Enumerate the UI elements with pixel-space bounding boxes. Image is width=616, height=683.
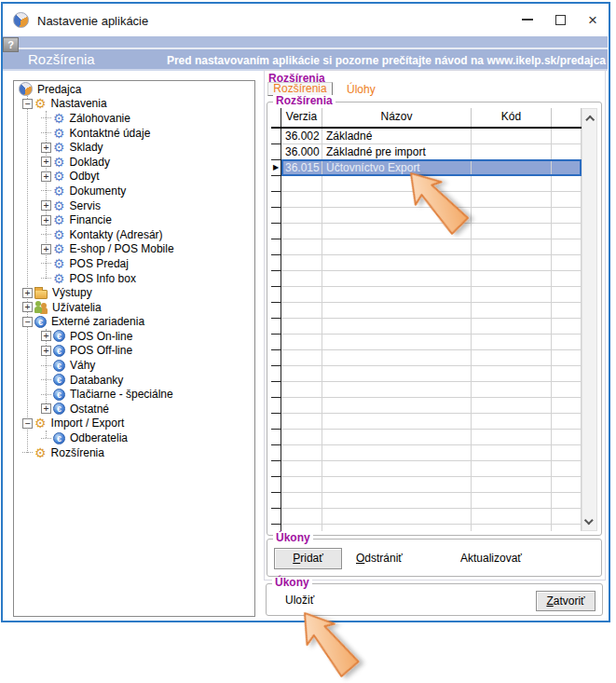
cell-kod[interactable] (472, 493, 552, 509)
cell-extra[interactable] (552, 271, 582, 287)
tree-item-predajca[interactable]: Predajca (14, 82, 254, 97)
tree-item-import-export[interactable]: −⚙Import / Export (14, 417, 254, 431)
collapse-icon[interactable]: − (22, 99, 33, 109)
cell-verzia[interactable] (281, 255, 322, 271)
table-row[interactable] (271, 224, 582, 239)
expand-icon[interactable]: + (41, 143, 51, 153)
cell-kod[interactable] (472, 208, 552, 224)
tree-item-sklady[interactable]: +⚙Sklady (14, 140, 254, 155)
cell-kod[interactable] (472, 129, 552, 144)
row-selector-cell[interactable] (271, 525, 281, 531)
tree-item-kontakty-adres-r[interactable]: ⚙Kontakty (Adresár) (14, 227, 254, 242)
cell-kod[interactable] (472, 445, 552, 461)
cell-extra[interactable] (552, 461, 582, 477)
cell-verzia[interactable] (281, 303, 322, 319)
cell-nazov[interactable] (322, 335, 472, 350)
cell-extra[interactable] (552, 382, 582, 398)
cell-verzia[interactable] (281, 176, 322, 192)
close-button[interactable]: × (579, 7, 607, 32)
cell-kod[interactable] (472, 382, 552, 398)
cell-verzia[interactable] (281, 224, 322, 239)
row-selector-cell[interactable] (271, 430, 281, 445)
tree-item-financie[interactable]: +⚙Financie (14, 212, 254, 227)
table-row[interactable] (271, 461, 582, 477)
tree-item-tla-iarne-peci-lne[interactable]: €Tlačiarne - špeciálne (14, 387, 254, 402)
table-row[interactable] (271, 208, 582, 224)
row-selector-cell[interactable] (271, 509, 281, 525)
cell-kod[interactable] (472, 350, 552, 366)
cell-verzia[interactable] (281, 192, 322, 208)
cell-verzia[interactable]: 36.015 (281, 160, 322, 176)
cell-extra[interactable] (552, 192, 582, 208)
cell-verzia[interactable] (281, 382, 322, 398)
expand-icon[interactable]: + (22, 288, 33, 298)
cell-kod[interactable] (472, 430, 552, 445)
tab-ulohy[interactable]: Úlohy (347, 83, 376, 96)
remove-button[interactable]: Odstrániť (356, 552, 403, 565)
cell-kod[interactable] (472, 525, 552, 531)
table-row[interactable] (271, 445, 582, 461)
row-selector-cell[interactable] (271, 192, 281, 208)
table-row[interactable] (271, 430, 582, 445)
row-selector-cell[interactable] (271, 477, 281, 493)
row-selector-cell[interactable] (271, 414, 281, 430)
cell-nazov[interactable] (322, 176, 472, 192)
cell-kod[interactable] (472, 335, 552, 350)
table-row[interactable] (271, 382, 582, 398)
cell-verzia[interactable] (281, 430, 322, 445)
cell-nazov[interactable] (322, 366, 472, 382)
table-row[interactable] (271, 255, 582, 271)
row-selector-cell[interactable] (271, 239, 281, 255)
expand-icon[interactable]: + (41, 200, 51, 211)
cell-extra[interactable] (552, 287, 582, 303)
cell-nazov[interactable] (322, 509, 472, 525)
cell-nazov[interactable] (322, 224, 472, 239)
cell-nazov[interactable] (322, 271, 472, 287)
cell-extra[interactable] (552, 509, 582, 525)
table-row[interactable] (271, 350, 582, 366)
expand-icon[interactable]: + (41, 331, 51, 341)
tree-item-odbyt[interactable]: +⚙Odbyt (14, 170, 254, 184)
cell-verzia[interactable] (281, 319, 322, 335)
cell-verzia[interactable] (281, 445, 322, 461)
tree-item-pos-off-line[interactable]: +€POS Off-line (14, 344, 254, 359)
cell-extra[interactable] (552, 445, 582, 461)
cell-nazov[interactable] (322, 287, 472, 303)
cell-nazov[interactable] (322, 303, 472, 319)
cell-extra[interactable] (552, 208, 582, 224)
collapse-icon[interactable]: − (22, 317, 33, 327)
table-row[interactable] (271, 477, 582, 493)
update-button[interactable]: Aktualizovať (460, 552, 522, 565)
expand-icon[interactable]: + (41, 346, 51, 356)
table-row[interactable] (271, 509, 582, 525)
row-selector-cell[interactable] (271, 335, 281, 350)
cell-verzia[interactable] (281, 477, 322, 493)
cell-kod[interactable] (472, 144, 552, 160)
cell-verzia[interactable] (281, 208, 322, 224)
cell-nazov[interactable]: Základné pre import (322, 144, 472, 160)
cell-verzia[interactable] (281, 287, 322, 303)
table-row[interactable]: 36.002Základné (271, 129, 582, 144)
tree-item-pos-info-box[interactable]: ⚙POS Info box (14, 271, 254, 286)
table-row[interactable] (271, 335, 582, 350)
cell-verzia[interactable] (281, 271, 322, 287)
cell-verzia[interactable] (281, 350, 322, 366)
cell-kod[interactable] (472, 414, 552, 430)
tree-item-v-hy[interactable]: €Váhy (14, 358, 254, 373)
tree-item-odberatelia[interactable]: €Odberatelia (14, 430, 254, 445)
table-row[interactable] (271, 192, 582, 208)
tree-item-pos-predaj[interactable]: ⚙POS Predaj (14, 256, 254, 271)
cell-extra[interactable] (552, 144, 582, 160)
expand-icon[interactable]: + (22, 302, 33, 312)
collapse-icon[interactable]: − (22, 418, 33, 429)
row-selector-cell[interactable] (271, 461, 281, 477)
cell-extra[interactable] (552, 176, 582, 192)
tree-item-v-stupy[interactable]: +Výstupy (14, 285, 254, 300)
cell-kod[interactable] (472, 509, 552, 525)
cell-nazov[interactable] (322, 477, 472, 493)
row-selector-cell[interactable] (271, 208, 281, 224)
cell-verzia[interactable] (281, 366, 322, 382)
cell-verzia[interactable] (281, 525, 322, 531)
cell-kod[interactable] (472, 398, 552, 414)
cell-nazov[interactable] (322, 525, 472, 531)
